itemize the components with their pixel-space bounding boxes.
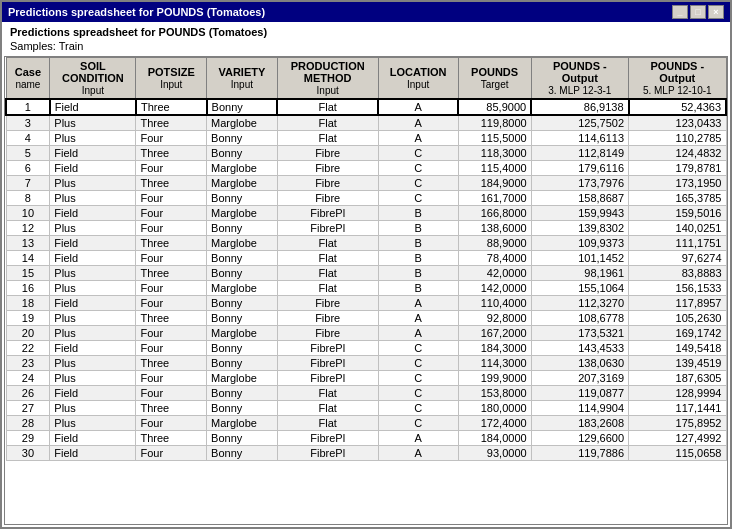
table-row[interactable]: 12PlusFourBonnyFibrePlB138,6000139,83021… [6,221,726,236]
col-header-pot: POTSIZEInput [136,58,207,100]
table-row[interactable]: 1FieldThreeBonnyFlatA85,900086,913852,43… [6,99,726,115]
maximize-button[interactable]: □ [690,5,706,19]
table-row[interactable]: 28PlusFourMarglobeFlatC172,4000183,26081… [6,416,726,431]
table-body: 1FieldThreeBonnyFlatA85,900086,913852,43… [6,99,726,461]
spreadsheet-title: Predictions spreadsheet for POUNDS (Toma… [2,22,730,40]
col-header-location: LOCATIONInput [378,58,458,100]
table-row[interactable]: 29FieldThreeBonnyFibrePlA184,0000129,660… [6,431,726,446]
data-table-container[interactable]: Casename SOILCONDITIONInput POTSIZEInput… [4,56,728,525]
table-row[interactable]: 18FieldFourBonnyFibreA110,4000112,327011… [6,296,726,311]
table-row[interactable]: 8PlusFourBonnyFibreC161,7000158,8687165,… [6,191,726,206]
table-row[interactable]: 27PlusThreeBonnyFlatC180,0000114,9904117… [6,401,726,416]
table-row[interactable]: 20PlusFourMarglobeFibreA167,2000173,5321… [6,326,726,341]
data-table: Casename SOILCONDITIONInput POTSIZEInput… [5,57,727,461]
col-header-soil: SOILCONDITIONInput [50,58,136,100]
col-header-variety: VARIETYInput [207,58,278,100]
col-header-mlp1: POUNDS -Output3. MLP 12-3-1 [531,58,628,100]
col-header-pounds-target: POUNDSTarget [458,58,531,100]
main-window: Predictions spreadsheet for POUNDS (Toma… [0,0,732,529]
table-row[interactable]: 4PlusFourBonnyFlatA115,5000114,6113110,2… [6,131,726,146]
table-header-row: Casename SOILCONDITIONInput POTSIZEInput… [6,58,726,100]
table-row[interactable]: 6FieldFourMarglobeFibreC115,4000179,6116… [6,161,726,176]
table-row[interactable]: 5FieldThreeBonnyFibreC118,3000112,814912… [6,146,726,161]
col-header-case: Casename [6,58,50,100]
samples-label: Samples: Train [2,40,730,56]
table-row[interactable]: 13FieldThreeMarglobeFlatB88,9000109,9373… [6,236,726,251]
table-row[interactable]: 15PlusThreeBonnyFlatB42,000098,196183,88… [6,266,726,281]
table-row[interactable]: 19PlusThreeBonnyFibreA92,8000108,6778105… [6,311,726,326]
content-area: Predictions spreadsheet for POUNDS (Toma… [2,22,730,527]
title-bar: Predictions spreadsheet for POUNDS (Toma… [2,2,730,22]
table-row[interactable]: 10FieldFourMarglobeFibrePlB166,8000159,9… [6,206,726,221]
table-row[interactable]: 14FieldFourBonnyFlatB78,4000101,145297,6… [6,251,726,266]
table-row[interactable]: 7PlusThreeMarglobeFibreC184,9000173,7976… [6,176,726,191]
table-row[interactable]: 24PlusFourMarglobeFibrePlC199,9000207,31… [6,371,726,386]
table-row[interactable]: 30FieldFourBonnyFibrePlA93,0000119,78861… [6,446,726,461]
window-title: Predictions spreadsheet for POUNDS (Toma… [8,6,265,18]
table-row[interactable]: 22FieldFourBonnyFibrePlC184,3000143,4533… [6,341,726,356]
table-row[interactable]: 26FieldFourBonnyFlatC153,8000119,0877128… [6,386,726,401]
title-bar-buttons: _ □ × [672,5,724,19]
minimize-button[interactable]: _ [672,5,688,19]
table-row[interactable]: 3PlusThreeMarglobeFlatA119,8000125,75021… [6,115,726,131]
table-row[interactable]: 23PlusThreeBonnyFibrePlC114,3000138,0630… [6,356,726,371]
col-header-production: PRODUCTIONMETHODInput [277,58,378,100]
col-header-mlp2: POUNDS -Output5. MLP 12-10-1 [629,58,726,100]
table-row[interactable]: 16PlusFourMarglobeFlatB142,0000155,10641… [6,281,726,296]
close-button[interactable]: × [708,5,724,19]
